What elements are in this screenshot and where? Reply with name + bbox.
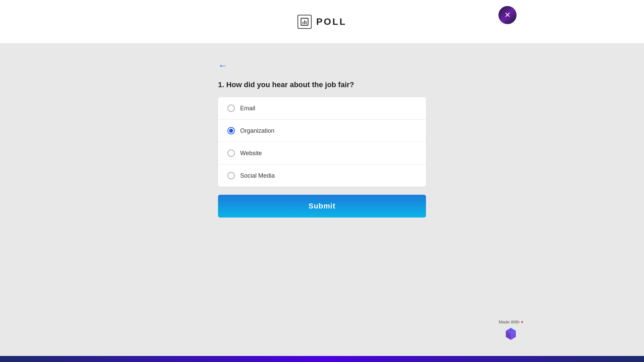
option-website-label: Website <box>240 150 262 157</box>
option-email[interactable]: Email <box>218 97 426 120</box>
main-content: ← 1. How did you hear about the job fair… <box>0 44 644 234</box>
close-button[interactable]: ✕ <box>498 6 517 24</box>
submit-button[interactable]: Submit <box>218 195 426 218</box>
radio-organization[interactable] <box>227 127 235 134</box>
radio-website[interactable] <box>227 149 235 157</box>
poll-question: 1. How did you hear about the job fair? <box>218 80 426 89</box>
poll-bar-chart-icon <box>298 15 312 29</box>
option-social-media-label: Social Media <box>240 172 275 179</box>
header-title-group: POLL <box>298 15 347 29</box>
option-website[interactable]: Website <box>218 142 426 165</box>
option-organization[interactable]: Organization <box>218 120 426 142</box>
bottom-bar <box>0 356 644 362</box>
option-social-media[interactable]: Social Media <box>218 165 426 187</box>
made-with-label: Made With <box>499 319 520 324</box>
option-organization-label: Organization <box>240 127 274 134</box>
made-with-text: Made With ♥ <box>499 319 523 324</box>
footer-branding: Made With ♥ <box>499 319 523 342</box>
radio-social-media[interactable] <box>227 172 235 179</box>
heart-icon: ♥ <box>521 320 523 324</box>
back-arrow-icon: ← <box>218 60 227 71</box>
back-button[interactable]: ← <box>218 60 227 71</box>
page-title: POLL <box>316 16 347 27</box>
brand-logo-icon <box>503 326 519 342</box>
poll-form-wrapper: ← 1. How did you hear about the job fair… <box>218 60 426 218</box>
option-email-label: Email <box>240 105 255 112</box>
submit-label: Submit <box>309 202 336 210</box>
page-header: POLL ✕ <box>0 0 644 44</box>
radio-organization-fill <box>229 129 233 133</box>
radio-email[interactable] <box>227 105 235 112</box>
close-icon: ✕ <box>504 11 511 19</box>
poll-options-container: Email Organization Website Social Media <box>218 97 426 187</box>
